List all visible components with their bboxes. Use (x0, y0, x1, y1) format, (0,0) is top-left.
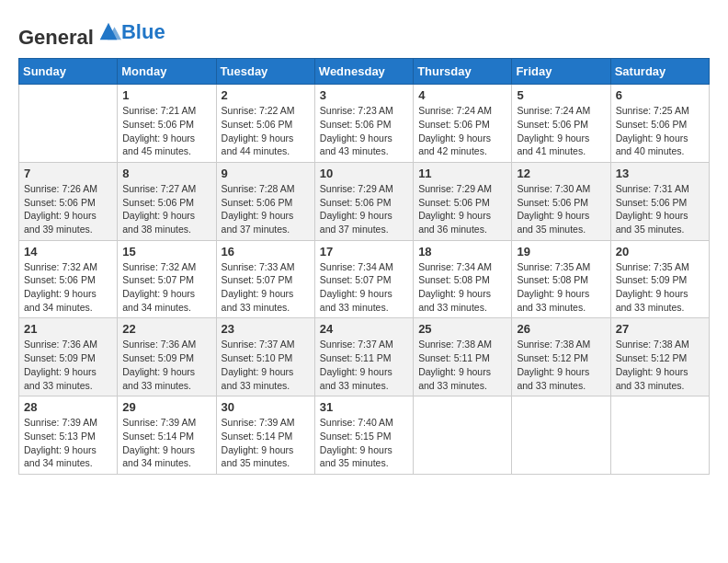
day-number: 27 (616, 322, 704, 336)
day-number: 15 (122, 245, 210, 259)
day-detail: Sunrise: 7:28 AM Sunset: 5:06 PM Dayligh… (222, 182, 310, 236)
day-number: 21 (24, 322, 112, 336)
day-detail: Sunrise: 7:34 AM Sunset: 5:07 PM Dayligh… (320, 260, 408, 315)
day-detail: Sunrise: 7:21 AM Sunset: 5:06 PM Dayligh… (122, 104, 210, 158)
day-number: 14 (24, 245, 112, 259)
day-header-sunday: Sunday (19, 59, 118, 85)
day-number: 3 (320, 88, 408, 102)
calendar-table: SundayMondayTuesdayWednesdayThursdayFrid… (18, 58, 710, 475)
day-detail: Sunrise: 7:36 AM Sunset: 5:09 PM Dayligh… (24, 338, 112, 392)
day-number: 29 (122, 400, 210, 414)
day-detail: Sunrise: 7:22 AM Sunset: 5:06 PM Dayligh… (222, 104, 310, 158)
day-header-thursday: Thursday (414, 59, 512, 85)
day-detail: Sunrise: 7:37 AM Sunset: 5:11 PM Dayligh… (320, 338, 408, 392)
day-detail: Sunrise: 7:38 AM Sunset: 5:12 PM Dayligh… (517, 338, 605, 392)
day-number: 1 (122, 88, 210, 102)
logo-blue: Blue (121, 20, 165, 43)
day-number: 30 (222, 400, 310, 414)
day-detail: Sunrise: 7:32 AM Sunset: 5:07 PM Dayligh… (122, 260, 210, 315)
day-number: 19 (517, 245, 605, 259)
day-number: 12 (517, 167, 605, 180)
day-number: 7 (24, 167, 112, 180)
day-detail: Sunrise: 7:35 AM Sunset: 5:08 PM Dayligh… (517, 260, 605, 315)
day-detail: Sunrise: 7:27 AM Sunset: 5:06 PM Dayligh… (122, 182, 210, 236)
page-header: General Blue (18, 18, 710, 49)
day-detail: Sunrise: 7:30 AM Sunset: 5:06 PM Dayligh… (517, 182, 605, 236)
day-number: 25 (418, 322, 506, 336)
day-detail: Sunrise: 7:23 AM Sunset: 5:06 PM Dayligh… (320, 104, 408, 158)
day-number: 9 (222, 167, 310, 180)
day-detail: Sunrise: 7:25 AM Sunset: 5:06 PM Dayligh… (616, 104, 704, 158)
day-detail: Sunrise: 7:40 AM Sunset: 5:15 PM Dayligh… (320, 416, 408, 470)
day-header-saturday: Saturday (610, 59, 709, 85)
day-detail: Sunrise: 7:32 AM Sunset: 5:06 PM Dayligh… (24, 260, 112, 315)
day-number: 16 (222, 245, 310, 259)
day-number: 5 (517, 88, 605, 102)
day-number: 31 (320, 400, 408, 414)
day-detail: Sunrise: 7:37 AM Sunset: 5:10 PM Dayligh… (222, 338, 310, 392)
day-detail: Sunrise: 7:24 AM Sunset: 5:06 PM Dayligh… (517, 104, 605, 158)
day-number: 22 (122, 322, 210, 336)
day-number: 20 (616, 245, 704, 259)
day-detail: Sunrise: 7:29 AM Sunset: 5:06 PM Dayligh… (320, 182, 408, 236)
day-detail: Sunrise: 7:39 AM Sunset: 5:14 PM Dayligh… (222, 416, 310, 470)
day-header-wednesday: Wednesday (314, 59, 413, 85)
day-detail: Sunrise: 7:35 AM Sunset: 5:09 PM Dayligh… (616, 260, 704, 315)
day-number: 13 (616, 167, 704, 180)
day-number: 28 (24, 400, 112, 414)
day-number: 17 (320, 245, 408, 259)
day-header-friday: Friday (512, 59, 610, 85)
day-number: 26 (517, 322, 605, 336)
day-detail: Sunrise: 7:26 AM Sunset: 5:06 PM Dayligh… (24, 182, 112, 236)
day-number: 8 (122, 167, 210, 180)
day-header-monday: Monday (118, 59, 216, 85)
day-number: 18 (418, 245, 506, 259)
day-detail: Sunrise: 7:24 AM Sunset: 5:06 PM Dayligh… (418, 104, 506, 158)
day-detail: Sunrise: 7:38 AM Sunset: 5:12 PM Dayligh… (616, 338, 704, 392)
day-detail: Sunrise: 7:31 AM Sunset: 5:06 PM Dayligh… (616, 182, 704, 236)
day-number: 2 (222, 88, 310, 102)
day-detail: Sunrise: 7:34 AM Sunset: 5:08 PM Dayligh… (418, 260, 506, 315)
day-number: 10 (320, 167, 408, 180)
day-detail: Sunrise: 7:29 AM Sunset: 5:06 PM Dayligh… (418, 182, 506, 236)
logo-icon (96, 18, 121, 44)
day-detail: Sunrise: 7:33 AM Sunset: 5:07 PM Dayligh… (222, 260, 310, 315)
day-header-tuesday: Tuesday (216, 59, 314, 85)
day-detail: Sunrise: 7:39 AM Sunset: 5:14 PM Dayligh… (122, 416, 210, 470)
day-detail: Sunrise: 7:38 AM Sunset: 5:11 PM Dayligh… (418, 338, 506, 392)
day-detail: Sunrise: 7:36 AM Sunset: 5:09 PM Dayligh… (122, 338, 210, 392)
logo-general: General (18, 26, 94, 49)
day-number: 23 (222, 322, 310, 336)
day-detail: Sunrise: 7:39 AM Sunset: 5:13 PM Dayligh… (24, 416, 112, 470)
logo: General Blue (18, 18, 165, 49)
day-number: 4 (418, 88, 506, 102)
day-number: 6 (616, 88, 704, 102)
day-number: 11 (418, 167, 506, 180)
day-number: 24 (320, 322, 408, 336)
